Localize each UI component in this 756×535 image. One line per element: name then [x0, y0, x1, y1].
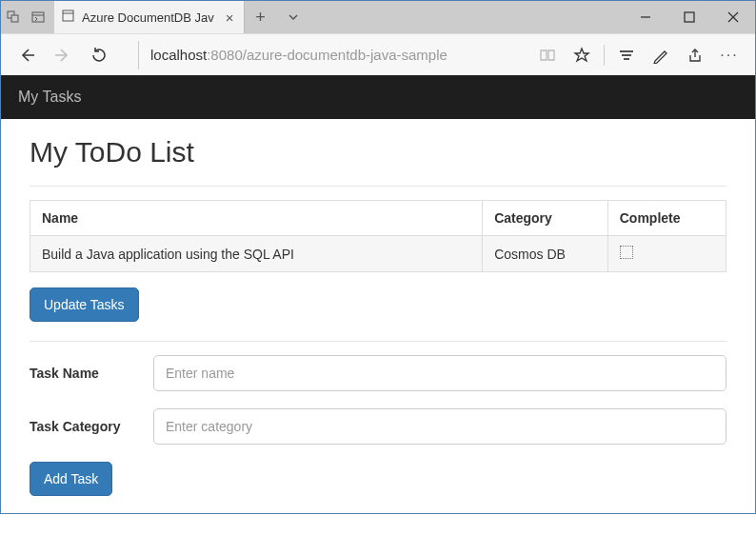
url-host: localhost — [150, 47, 207, 63]
divider — [30, 186, 726, 187]
cell-name: Build a Java application using the SQL A… — [30, 236, 483, 272]
task-name-input[interactable] — [153, 355, 726, 391]
app-navbar: My Tasks — [1, 75, 755, 119]
nav-refresh-button[interactable] — [83, 39, 115, 71]
more-icon[interactable]: ··· — [713, 39, 746, 71]
cell-category: Cosmos DB — [483, 236, 608, 272]
navbar-brand[interactable]: My Tasks — [18, 89, 81, 106]
cell-complete — [607, 236, 726, 272]
set-aside-tabs-icon[interactable] — [26, 1, 50, 33]
add-task-button[interactable]: Add Task — [30, 462, 112, 496]
share-icon[interactable] — [679, 39, 711, 71]
window-maximize-button[interactable] — [667, 1, 711, 33]
tab-actions-icon[interactable] — [1, 1, 26, 33]
complete-checkbox[interactable] — [620, 246, 633, 259]
tab-close-icon[interactable]: × — [226, 10, 234, 26]
svg-marker-12 — [575, 49, 588, 61]
favorite-star-icon[interactable] — [566, 39, 598, 71]
svg-rect-2 — [32, 12, 44, 22]
col-complete: Complete — [607, 201, 726, 236]
reading-view-icon[interactable] — [531, 39, 564, 71]
svg-rect-7 — [685, 12, 694, 22]
window-minimize-button[interactable] — [624, 1, 667, 33]
page-icon — [62, 10, 74, 25]
svg-rect-1 — [11, 15, 18, 22]
separator — [604, 45, 605, 66]
page-title: My ToDo List — [30, 136, 726, 168]
window-close-button[interactable] — [711, 1, 755, 33]
task-category-label: Task Category — [30, 419, 153, 434]
col-category: Category — [483, 201, 608, 236]
svg-rect-4 — [63, 10, 73, 21]
divider — [30, 341, 726, 342]
table-row: Build a Java application using the SQL A… — [30, 236, 726, 272]
tab-title: Azure DocumentDB Jav — [82, 10, 214, 25]
notes-icon[interactable] — [645, 39, 677, 71]
tab-overflow-icon[interactable] — [277, 1, 309, 33]
window-titlebar: Azure DocumentDB Jav × + — [1, 1, 755, 33]
task-category-input[interactable] — [153, 408, 726, 445]
url-path: :8080/azure-documentdb-java-sample — [207, 47, 448, 63]
new-tab-button[interactable]: + — [245, 1, 277, 33]
hub-icon[interactable] — [610, 39, 643, 71]
tasks-table: Name Category Complete Build a Java appl… — [30, 200, 726, 272]
task-name-label: Task Name — [30, 366, 153, 381]
url-field[interactable]: localhost:8080/azure-documentdb-java-sam… — [138, 41, 516, 69]
col-name: Name — [30, 201, 483, 236]
update-tasks-button[interactable]: Update Tasks — [30, 287, 139, 322]
nav-forward-button[interactable] — [47, 39, 79, 71]
address-bar: localhost:8080/azure-documentdb-java-sam… — [1, 33, 755, 75]
browser-tab[interactable]: Azure DocumentDB Jav × — [54, 1, 245, 33]
nav-back-button[interactable] — [10, 39, 43, 71]
